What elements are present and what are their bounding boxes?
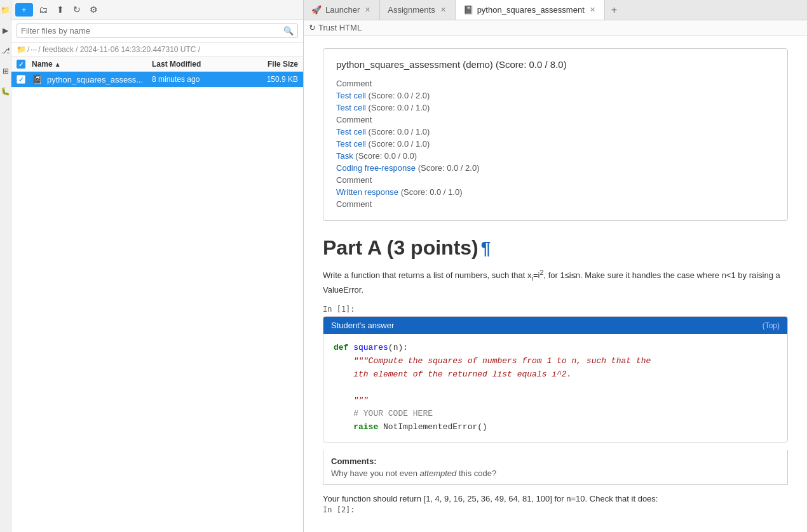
run-sidebar-icon[interactable]: ▶: [1, 25, 11, 36]
plus-icon: +: [22, 5, 27, 15]
list-item: Comment: [336, 174, 775, 186]
student-answer-box: Student's answer (Top) def squares(n): "…: [323, 316, 788, 442]
tab-python-squares[interactable]: 📓 python_squares_assessment ✕: [456, 0, 605, 20]
git-sidebar-icon[interactable]: ⎇: [1, 46, 11, 56]
settings-button[interactable]: ⚙: [86, 3, 101, 17]
select-all-checkbox[interactable]: [17, 60, 25, 69]
notebook-tab-icon: 📓: [463, 5, 473, 15]
list-item: Test cell (Score: 0.0 / 1.0): [336, 126, 775, 138]
upload-button[interactable]: ⬆: [53, 3, 67, 17]
comments-label: Comments:: [331, 456, 780, 466]
table-row[interactable]: 📓 python_squares_assess... 8 minutes ago…: [11, 72, 303, 88]
italic-text: attempted: [419, 469, 456, 478]
list-item: Test cell (Score: 0.0 / 2.0): [336, 90, 775, 102]
comments-box: Comments: Why have you not even attempte…: [323, 450, 788, 485]
in-label-1: In [1]:: [323, 305, 788, 314]
toc-link-test-cell-2[interactable]: Test cell: [336, 91, 366, 100]
part-a-section: Part A (3 points) ¶ Write a function tha…: [323, 236, 788, 514]
student-answer-label: Student's answer: [331, 321, 394, 330]
name-column-header[interactable]: Name ▲: [32, 60, 152, 69]
student-answer-header: Student's answer (Top): [323, 317, 787, 334]
part-a-description: Write a function that returns a list of …: [323, 267, 788, 297]
list-item: Written response (Score: 0.0 / 1.0): [336, 186, 775, 198]
code-line-3: ith element of the returned list equals …: [334, 368, 777, 382]
file-checkbox[interactable]: [17, 75, 25, 84]
main-area: 🚀 Launcher ✕ Assignments ✕ 📓 python_squa…: [304, 0, 807, 532]
launcher-tab-icon: 🚀: [311, 5, 322, 15]
launcher-tab-close[interactable]: ✕: [363, 5, 372, 15]
content-area: python_squares_assessment (demo) (Score:…: [304, 36, 807, 532]
code-line-7: raise NotImplementedError(): [334, 421, 777, 434]
new-button[interactable]: + New: [15, 3, 33, 17]
add-tab-button[interactable]: +: [605, 0, 623, 20]
code-line-6: # YOUR CODE HERE: [334, 408, 777, 421]
pilcrow-icon: ¶: [481, 238, 491, 258]
debug-sidebar-icon[interactable]: 🐛: [1, 86, 11, 96]
code-line-5: """: [334, 394, 777, 408]
list-item: Task (Score: 0.0 / 0.0): [336, 150, 775, 162]
tab-assignments[interactable]: Assignments ✕: [380, 0, 455, 20]
toc-link-test-cell-5[interactable]: Test cell: [336, 127, 366, 136]
search-icon: 🔍: [283, 26, 294, 36]
sort-arrow-icon: ▲: [55, 61, 61, 68]
breadcrumb-folder-icon[interactable]: 📁: [17, 45, 26, 54]
list-item: Comment: [336, 198, 775, 210]
toc-link-task[interactable]: Task: [336, 151, 353, 161]
refresh-icon: ↻: [309, 23, 316, 32]
search-input-wrap[interactable]: 🔍: [17, 23, 298, 38]
output-text: Your function should return [1, 4, 9, 16…: [323, 493, 788, 506]
comments-text: Why have you not even attempted this cod…: [331, 469, 780, 478]
file-table-header: Name ▲ Last Modified File Size: [11, 57, 303, 72]
tab-bar: 🚀 Launcher ✕ Assignments ✕ 📓 python_squa…: [304, 0, 807, 20]
python-squares-tab-close[interactable]: ✕: [588, 5, 597, 15]
assessment-title: python_squares_assessment (demo) (Score:…: [336, 59, 775, 70]
code-line-1: def squares(n):: [334, 342, 777, 355]
extensions-sidebar-icon[interactable]: ⊞: [1, 66, 11, 76]
list-item: Comment: [336, 77, 775, 90]
secondary-toolbar: ↻ Trust HTML: [304, 20, 807, 36]
top-link[interactable]: (Top): [763, 321, 780, 330]
search-bar: 🔍: [11, 20, 303, 43]
list-item: Comment: [336, 114, 775, 126]
assessment-box: python_squares_assessment (demo) (Score:…: [323, 48, 788, 221]
assignments-tab-close[interactable]: ✕: [439, 5, 447, 15]
notebook-icon: 📓: [32, 74, 43, 84]
search-input[interactable]: [21, 26, 283, 36]
trust-html-button[interactable]: ↻ Trust HTML: [309, 23, 362, 32]
toc-link-written[interactable]: Written response: [336, 187, 398, 197]
last-modified-column-header[interactable]: Last Modified: [152, 60, 241, 69]
code-line-2: """Compute the squares of numbers from 1…: [334, 355, 777, 368]
list-item: Test cell (Score: 0.0 / 1.0): [336, 138, 775, 150]
file-size-cell: 150.9 KB: [241, 75, 298, 84]
file-toolbar: + New 🗂 ⬆ ↻ ⚙: [11, 0, 303, 20]
breadcrumb-ellipsis[interactable]: ···: [31, 45, 37, 54]
folder-sidebar-icon[interactable]: 📁: [1, 5, 11, 15]
folder-button[interactable]: 🗂: [36, 3, 51, 17]
toc-link-test-cell-6[interactable]: Test cell: [336, 139, 366, 149]
toc-link-test-cell-3[interactable]: Test cell: [336, 103, 366, 112]
breadcrumb: 📁 / ··· / feedback / 2024-11-06 14:33:20…: [11, 43, 303, 57]
in-label-2: In [2]:: [323, 505, 788, 514]
toc-list: Comment Test cell (Score: 0.0 / 2.0) Tes…: [336, 77, 775, 210]
file-name-cell: 📓 python_squares_assess...: [32, 74, 152, 84]
code-line-4: [334, 381, 777, 394]
list-item: Coding free-response (Score: 0.0 / 2.0): [336, 162, 775, 174]
file-table: 📓 python_squares_assess... 8 minutes ago…: [11, 72, 303, 532]
toc-link-coding[interactable]: Coding free-response: [336, 163, 416, 173]
part-a-heading: Part A (3 points) ¶: [323, 236, 788, 260]
file-panel: + New 🗂 ⬆ ↻ ⚙ 🔍 📁 / ··· / feedback / 202…: [11, 0, 304, 532]
refresh-button[interactable]: ↻: [70, 3, 84, 17]
list-item: Test cell (Score: 0.0 / 1.0): [336, 102, 775, 114]
file-modified-cell: 8 minutes ago: [152, 75, 241, 84]
file-size-column-header[interactable]: File Size: [241, 60, 298, 69]
sidebar: 📁 ▶ ⎇ ⊞ 🐛: [0, 0, 11, 532]
tab-launcher[interactable]: 🚀 Launcher ✕: [304, 0, 380, 20]
code-area: def squares(n): """Compute the squares o…: [323, 334, 787, 442]
